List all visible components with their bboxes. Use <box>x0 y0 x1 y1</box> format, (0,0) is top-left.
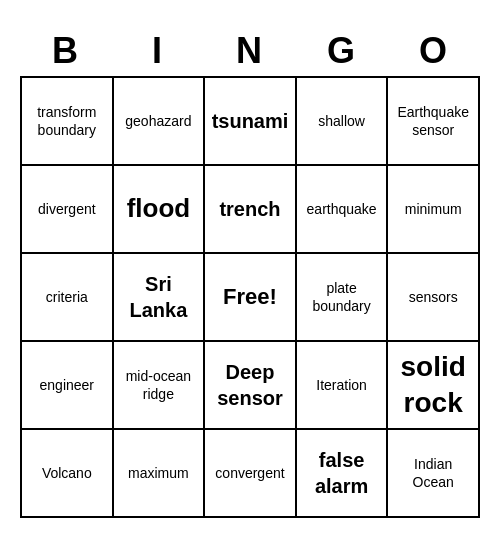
header-letter-O: O <box>388 26 480 76</box>
bingo-cell-21: maximum <box>114 430 206 518</box>
bingo-cell-19: solid rock <box>388 342 480 430</box>
bingo-cell-17: Deep sensor <box>205 342 297 430</box>
bingo-cell-7: trench <box>205 166 297 254</box>
bingo-cell-9: minimum <box>388 166 480 254</box>
bingo-cell-16: mid-ocean ridge <box>114 342 206 430</box>
bingo-cell-1: geohazard <box>114 78 206 166</box>
bingo-cell-5: divergent <box>22 166 114 254</box>
header-letter-B: B <box>20 26 112 76</box>
bingo-cell-13: plate boundary <box>297 254 389 342</box>
header-letter-N: N <box>204 26 296 76</box>
bingo-cell-8: earthquake <box>297 166 389 254</box>
bingo-cell-22: convergent <box>205 430 297 518</box>
bingo-cell-11: Sri Lanka <box>114 254 206 342</box>
bingo-header: BINGO <box>20 26 480 76</box>
header-letter-G: G <box>296 26 388 76</box>
bingo-cell-2: tsunami <box>205 78 297 166</box>
header-letter-I: I <box>112 26 204 76</box>
bingo-cell-6: flood <box>114 166 206 254</box>
bingo-cell-3: shallow <box>297 78 389 166</box>
bingo-cell-10: criteria <box>22 254 114 342</box>
bingo-cell-18: Iteration <box>297 342 389 430</box>
bingo-cell-24: Indian Ocean <box>388 430 480 518</box>
bingo-cell-4: Earthquake sensor <box>388 78 480 166</box>
bingo-grid: transform boundarygeohazardtsunamishallo… <box>20 76 480 518</box>
bingo-cell-15: engineer <box>22 342 114 430</box>
bingo-cell-14: sensors <box>388 254 480 342</box>
bingo-cell-23: false alarm <box>297 430 389 518</box>
bingo-cell-0: transform boundary <box>22 78 114 166</box>
bingo-cell-20: Volcano <box>22 430 114 518</box>
bingo-cell-12: Free! <box>205 254 297 342</box>
bingo-card: BINGO transform boundarygeohazardtsunami… <box>20 26 480 518</box>
